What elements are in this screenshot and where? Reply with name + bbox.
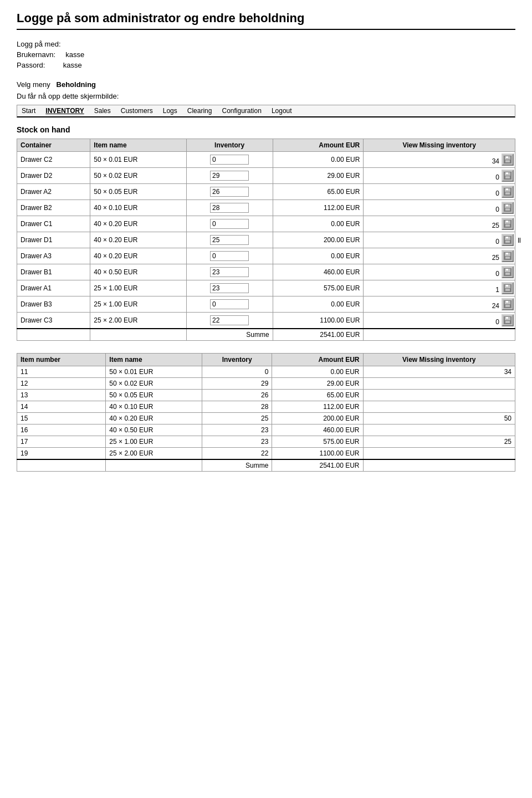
nav-logout[interactable]: Logout xyxy=(272,107,292,115)
brukernavn-line: Brukernavn: kasse xyxy=(17,50,515,59)
save-button[interactable] xyxy=(502,250,514,262)
nav-configuration[interactable]: Configuration xyxy=(222,107,261,115)
save-button[interactable] xyxy=(502,234,514,246)
inventory-input[interactable] xyxy=(210,299,249,309)
item-name-cell2: 40 × 0.10 EUR xyxy=(106,401,202,413)
nav-clearing[interactable]: Clearing xyxy=(187,107,212,115)
inventory-input-cell[interactable] xyxy=(186,184,273,200)
inventory-input[interactable] xyxy=(210,251,249,261)
item-name-cell: 25 × 1.00 EUR xyxy=(90,296,186,313)
item-name-cell: 50 × 0.05 EUR xyxy=(90,184,186,200)
inventory-input-cell[interactable] xyxy=(186,280,273,296)
svg-rect-47 xyxy=(506,301,508,303)
missing-cell: 25 xyxy=(364,216,515,232)
inventory-table-wrapper: Container Item name Inventory Amount EUR… xyxy=(17,139,515,341)
inventory-input-cell[interactable] xyxy=(186,296,273,313)
inventory-input[interactable] xyxy=(210,283,249,293)
logg-label: Logg på med: xyxy=(17,40,515,48)
inventory-cell2: 26 xyxy=(202,390,272,401)
item-num-cell: 14 xyxy=(17,401,106,413)
inventory-cell2: 0 xyxy=(202,366,272,378)
missing-cell: 0 xyxy=(364,264,515,280)
missing-cell: 34 xyxy=(364,152,515,168)
container-cell: Drawer B3 xyxy=(17,296,90,313)
item-name-cell2: 40 × 0.50 EUR xyxy=(106,424,202,436)
inventory-input[interactable] xyxy=(210,267,249,277)
menu-label: Velg meny xyxy=(17,80,50,89)
inventory-input-cell[interactable] xyxy=(186,232,273,248)
intro-block: Logg på med: Brukernavn: kasse Passord: … xyxy=(17,40,515,69)
nav-inventory[interactable]: INVENTORY xyxy=(45,107,84,115)
svg-rect-19 xyxy=(505,208,510,211)
item-num-cell: 17 xyxy=(17,436,106,448)
amount-cell: 0.00 EUR xyxy=(273,216,364,232)
inventory-input[interactable] xyxy=(210,315,249,325)
inventory-input-cell[interactable] xyxy=(186,264,273,280)
save-button[interactable] xyxy=(502,298,514,310)
inventory-input[interactable] xyxy=(210,171,249,181)
screen-caption: Du får nå opp dette skjermbilde: xyxy=(17,92,515,100)
inventory-input-cell[interactable] xyxy=(186,152,273,168)
nav-sales[interactable]: Sales xyxy=(94,107,111,115)
inventory-input-cell[interactable] xyxy=(186,248,273,264)
nav-customers[interactable]: Customers xyxy=(121,107,153,115)
item-num-cell: 19 xyxy=(17,448,106,460)
item-name-cell: 50 × 0.02 EUR xyxy=(90,168,186,184)
table-row: Drawer A3 40 × 0.20 EUR 0.00 EUR 25 xyxy=(17,248,515,264)
nav-start[interactable]: Start xyxy=(22,107,35,115)
inventory-input-cell[interactable] xyxy=(186,200,273,216)
inventory-input[interactable] xyxy=(210,187,249,197)
table-row: Drawer C3 25 × 2.00 EUR 1100.00 EUR 0 xyxy=(17,313,515,329)
page-title: Logge på som administrator og endre beho… xyxy=(17,11,515,30)
summe2-amount: 2541.00 EUR xyxy=(272,459,363,472)
summary-table: Item number Item name Inventory Amount E… xyxy=(17,353,515,472)
inventory-input[interactable] xyxy=(210,235,249,245)
save-button[interactable] xyxy=(502,170,514,182)
save-button[interactable] xyxy=(502,154,514,166)
inventory-input-cell[interactable] xyxy=(186,216,273,232)
inventory-cell2: 22 xyxy=(202,448,272,460)
save-button[interactable] xyxy=(502,282,514,294)
container-cell: Drawer B1 xyxy=(17,264,90,280)
item-name-cell: 40 × 0.10 EUR xyxy=(90,200,186,216)
save-button[interactable] xyxy=(502,202,514,214)
amount-cell: 0.00 EUR xyxy=(273,296,364,313)
nav-logs[interactable]: Logs xyxy=(163,107,177,115)
save-button[interactable] xyxy=(502,218,514,230)
container-cell: Drawer D1 xyxy=(17,232,90,248)
summe-missing xyxy=(364,329,515,341)
svg-rect-37 xyxy=(506,269,508,270)
save-button[interactable] xyxy=(502,266,514,278)
item-name-cell2: 25 × 2.00 EUR xyxy=(106,448,202,460)
table-row: Drawer D2 50 × 0.02 EUR 29.00 EUR 0 xyxy=(17,168,515,184)
inventory-input[interactable] xyxy=(210,155,249,165)
item-name-cell: 40 × 0.20 EUR xyxy=(90,232,186,248)
missing-cell: 24 xyxy=(364,296,515,313)
passord-value: kasse xyxy=(63,61,82,69)
inventory-input[interactable] xyxy=(210,219,249,229)
svg-rect-9 xyxy=(505,176,510,178)
summe2-label: Summe xyxy=(202,459,272,472)
summe-row: Summe 2541.00 EUR xyxy=(17,329,515,341)
item-num-cell: 13 xyxy=(17,390,106,401)
col-inventory: Inventory xyxy=(186,139,273,152)
inventory-cell2: 29 xyxy=(202,378,272,390)
svg-rect-12 xyxy=(506,188,508,190)
missing-cell2: 34 xyxy=(363,366,515,378)
inventory-input-cell[interactable] xyxy=(186,313,273,329)
summe-row2: Summe 2541.00 EUR xyxy=(17,459,515,472)
item-name-cell2: 40 × 0.20 EUR xyxy=(106,413,202,424)
inventory-input-cell[interactable] xyxy=(186,168,273,184)
brukernavn-value: kasse xyxy=(65,50,84,59)
svg-rect-44 xyxy=(505,289,510,291)
svg-rect-24 xyxy=(505,224,510,227)
table-row: Drawer B1 40 × 0.50 EUR 460.00 EUR 0 xyxy=(17,264,515,280)
summe-empty1 xyxy=(17,329,90,341)
save-button[interactable] xyxy=(502,186,514,198)
missing-cell: 0 xyxy=(364,313,515,329)
amount-cell: 575.00 EUR xyxy=(273,280,364,296)
save-button[interactable] xyxy=(502,314,514,326)
item-name-cell2: 50 × 0.01 EUR xyxy=(106,366,202,378)
container-cell: Drawer A2 xyxy=(17,184,90,200)
inventory-input[interactable] xyxy=(210,203,249,213)
